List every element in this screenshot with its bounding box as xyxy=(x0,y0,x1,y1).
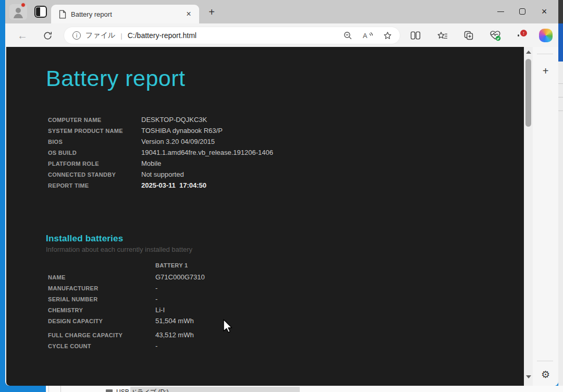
browser-essentials-button[interactable] xyxy=(487,28,503,43)
sidebar-settings-button[interactable]: ⚙ xyxy=(538,367,553,382)
read-aloud-button[interactable]: A xyxy=(361,29,374,42)
battery-row: CHEMISTRY Li-I xyxy=(48,306,165,314)
explorer-item-label: USB ドライブ (D:) xyxy=(116,388,168,392)
battery-label: FULL CHARGE CAPACITY xyxy=(48,332,155,338)
maximize-button[interactable] xyxy=(511,3,533,20)
maximize-icon xyxy=(519,8,525,15)
favorite-star-button[interactable] xyxy=(381,29,394,42)
battery-row: SERIAL NUMBER - xyxy=(48,295,157,303)
minimize-button[interactable] xyxy=(489,3,511,20)
info-value: Not supported xyxy=(141,170,184,178)
collections-icon xyxy=(463,30,474,41)
document-icon xyxy=(58,10,66,19)
vertical-scrollbar[interactable] xyxy=(524,47,533,386)
scroll-up-arrow-icon[interactable] xyxy=(526,51,531,54)
battery-row: DESIGN CAPACITY 51,504 mWh xyxy=(48,317,194,325)
scroll-down-arrow-icon[interactable] xyxy=(526,375,531,378)
section-heading: Installed batteries xyxy=(46,234,123,244)
info-label: BIOS xyxy=(48,139,141,145)
gear-icon: ⚙ xyxy=(541,369,550,380)
tab-battery-report[interactable]: Battery report × xyxy=(51,5,199,23)
info-label: CONNECTED STANDBY xyxy=(48,172,141,178)
divider xyxy=(60,386,61,392)
battery-label: CHEMISTRY xyxy=(48,307,155,313)
update-badge: ↑ xyxy=(519,29,528,38)
info-value: 2025-03-11 17:04:50 xyxy=(141,181,206,189)
window-controls: × xyxy=(489,3,555,20)
scrollbar-thumb[interactable] xyxy=(525,59,531,127)
collections-button[interactable] xyxy=(461,28,476,43)
plus-icon: + xyxy=(543,65,549,77)
battery-row: NAME G71C000G7310 xyxy=(48,273,205,281)
page-title: Battery report xyxy=(46,66,186,91)
sidebar-add-button[interactable]: + xyxy=(538,64,553,78)
battery-value: 51,504 mWh xyxy=(155,317,194,325)
new-tab-button[interactable]: + xyxy=(205,6,218,18)
info-label: SYSTEM PRODUCT NAME xyxy=(48,128,141,134)
sidebar-rail: + ⚙ xyxy=(533,47,558,386)
back-button[interactable]: ← xyxy=(15,28,30,43)
info-row: PLATFORM ROLE Mobile xyxy=(48,160,161,167)
battery-value: - xyxy=(155,342,157,350)
battery-row: CYCLE COUNT - xyxy=(48,342,157,350)
close-button[interactable]: × xyxy=(533,3,555,20)
split-screen-button[interactable] xyxy=(408,28,423,43)
info-row: SYSTEM PRODUCT NAME TOSHIBA dynabook R63… xyxy=(48,127,223,134)
refresh-icon xyxy=(43,31,53,41)
svg-text:A: A xyxy=(363,32,368,40)
battery-report-page: Battery report COMPUTER NAME DESKTOP-DQJ… xyxy=(6,47,524,386)
read-aloud-icon: A xyxy=(362,31,373,41)
address-url[interactable]: C:/battery-report.html xyxy=(128,31,341,40)
green-check-badge xyxy=(496,36,500,41)
battery-label: NAME xyxy=(48,274,155,280)
background-window-body xyxy=(558,62,563,386)
zoom-out-button[interactable] xyxy=(341,29,354,42)
copilot-button[interactable] xyxy=(538,28,554,43)
battery-value: - xyxy=(155,284,157,292)
browser-window: Battery report × + × ← xyxy=(5,0,558,386)
tab-strip: Battery report × + × xyxy=(5,0,558,23)
tab-actions-button[interactable] xyxy=(34,6,47,18)
info-row: CONNECTED STANDBY Not supported xyxy=(48,170,184,178)
settings-menu-button[interactable]: ↑ xyxy=(514,28,530,43)
info-value: TOSHIBA dynabook R63/P xyxy=(141,127,223,134)
address-bar[interactable]: i ファイル | C:/battery-report.html A xyxy=(64,27,400,44)
battery-label: CYCLE COUNT xyxy=(48,343,155,349)
battery-value: - xyxy=(155,295,157,303)
zoom-out-icon xyxy=(343,31,353,41)
usb-drive-icon xyxy=(106,389,113,392)
info-label: COMPUTER NAME xyxy=(48,117,141,123)
address-scheme-label: ファイル xyxy=(85,31,115,40)
close-icon: × xyxy=(542,7,547,16)
battery-label: DESIGN CAPACITY xyxy=(48,318,155,324)
toolbar: ← i ファイル | C:/battery-report.html xyxy=(5,23,558,47)
divider xyxy=(48,386,49,392)
copilot-icon xyxy=(539,29,553,42)
background-window-right xyxy=(558,0,563,386)
explorer-item[interactable]: USB ドライブ (D:) xyxy=(106,388,168,392)
star-icon xyxy=(383,31,393,41)
page-info-icon[interactable]: i xyxy=(72,31,81,40)
info-value: DESKTOP-DQJKC3K xyxy=(141,116,207,124)
address-separator: | xyxy=(120,32,122,40)
divider xyxy=(558,111,563,111)
battery-row: MANUFACTURER - xyxy=(48,284,157,292)
info-row: COMPUTER NAME DESKTOP-DQJKC3K xyxy=(48,116,207,124)
favorites-star-list-icon xyxy=(437,31,448,41)
info-row: BIOS Version 3.20 04/09/2015 xyxy=(48,138,215,145)
info-label: PLATFORM ROLE xyxy=(48,161,141,167)
battery-value: G71C000G7310 xyxy=(155,273,205,281)
battery-label: MANUFACTURER xyxy=(48,285,155,291)
info-value: Mobile xyxy=(141,160,161,167)
back-icon: ← xyxy=(17,30,28,42)
desktop: USB ドライブ (D:) Battery re xyxy=(0,0,563,392)
favorites-button[interactable] xyxy=(434,28,450,43)
split-screen-icon xyxy=(410,31,421,40)
profile-notification-dot xyxy=(21,3,26,7)
tab-close-button[interactable]: × xyxy=(183,9,194,19)
refresh-button[interactable] xyxy=(40,28,55,43)
minimize-icon xyxy=(497,11,504,12)
background-window-titlebar xyxy=(558,0,563,23)
info-row: OS BUILD 19041.1.amd64fre.vb_release.191… xyxy=(48,149,273,156)
battery-value: Li-I xyxy=(155,306,165,314)
